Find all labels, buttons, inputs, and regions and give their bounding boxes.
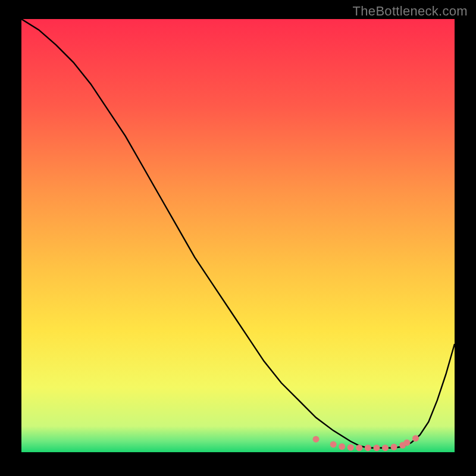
chart-marker-dot (391, 444, 397, 450)
chart-svg (21, 19, 455, 452)
chart-marker-dot (373, 444, 380, 451)
chart-marker-dot (330, 441, 337, 447)
chart-marker-dot (347, 444, 354, 450)
chart-background-gradient (21, 19, 455, 452)
chart-marker-dot (412, 435, 419, 441)
chart-marker-dot (356, 444, 362, 451)
chart-marker-dot (382, 444, 389, 451)
chart-marker-dot (339, 443, 345, 450)
chart-marker-dot (313, 436, 320, 443)
chart-marker-dot (403, 439, 410, 446)
chart-marker-dot (365, 444, 371, 451)
watermark-text: TheBottleneck.com (353, 4, 468, 19)
chart-plot-area (21, 19, 455, 452)
